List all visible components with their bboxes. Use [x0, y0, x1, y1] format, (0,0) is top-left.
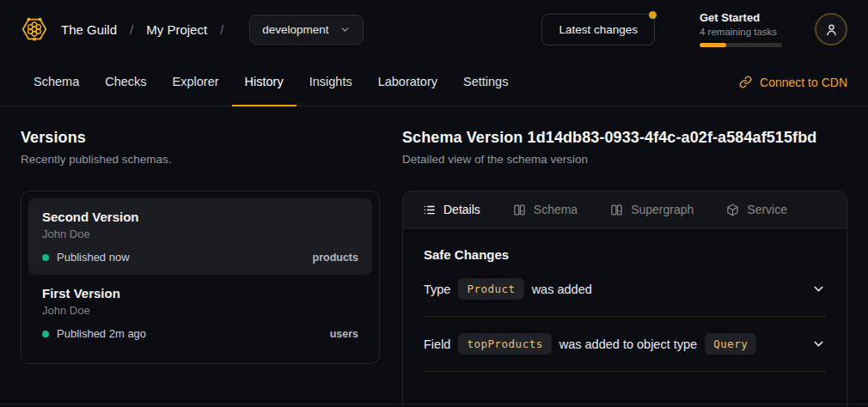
breadcrumb-separator: / — [130, 22, 133, 37]
user-avatar-button[interactable] — [815, 13, 847, 46]
section-divider — [0, 404, 868, 404]
code-badge: topProducts — [458, 333, 551, 355]
chevron-down-icon — [339, 24, 351, 35]
version-author: John Doe — [42, 228, 358, 240]
versions-list: Second VersionJohn DoePublished nowprodu… — [21, 191, 380, 364]
changes-list: TypeProductwas addedFieldtopProductswas … — [424, 262, 826, 372]
version-item-second-version[interactable]: Second VersionJohn DoePublished nowprodu… — [28, 198, 372, 275]
main-content: Versions Recently published schemas. Sec… — [0, 106, 868, 407]
detail-tab-schema[interactable]: Schema — [513, 203, 578, 216]
detail-tab-label: Details — [443, 203, 480, 216]
detail-tab-label: Schema — [534, 203, 578, 216]
change-description: FieldtopProductswas added to object type… — [424, 333, 756, 355]
get-started-progressbar — [700, 43, 782, 47]
detail-tab-service[interactable]: Service — [726, 203, 787, 216]
change-text-part: was added — [532, 282, 592, 296]
change-row[interactable]: FieldtopProductswas added to object type… — [424, 317, 826, 372]
get-started-progress-fill — [700, 43, 726, 47]
change-text-part: Type — [424, 282, 450, 296]
versions-column: Versions Recently published schemas. Sec… — [21, 129, 380, 407]
version-author: John Doe — [42, 304, 358, 317]
change-text-part: Field — [424, 337, 450, 351]
nav-tab-schema[interactable]: Schema — [21, 58, 92, 106]
get-started-widget[interactable]: Get Started 4 remaining tasks — [700, 11, 782, 47]
get-started-title: Get Started — [700, 11, 782, 24]
nav-tab-history[interactable]: History — [232, 58, 296, 106]
detail-tab-details[interactable]: Details — [423, 203, 480, 216]
detail-tab-label: Supergraph — [631, 203, 694, 216]
nav-tab-explorer[interactable]: Explorer — [160, 58, 232, 106]
list-icon — [423, 204, 436, 216]
connect-to-cdn-label: Connect to CDN — [760, 76, 847, 89]
change-description: TypeProductwas added — [424, 278, 592, 300]
columns-icon — [610, 204, 623, 216]
schema-version-title: Schema Version 1d14db83-0933-4f4c-a02f-a… — [402, 129, 847, 147]
schema-version-column: Schema Version 1d14db83-0933-4f4c-a02f-a… — [402, 129, 847, 407]
connect-to-cdn-button[interactable]: Connect to CDN — [739, 58, 847, 106]
detail-tabs: DetailsSchemaSupergraphService — [403, 191, 847, 228]
published-status-dot — [42, 254, 49, 261]
chevron-down-icon — [811, 337, 826, 351]
notification-dot — [649, 11, 657, 19]
nav-tab-checks[interactable]: Checks — [92, 58, 159, 106]
latest-changes-label: Latest changes — [559, 23, 638, 36]
service-name: products — [313, 252, 358, 264]
code-badge: Query — [705, 333, 756, 355]
safe-changes-heading: Safe Changes — [424, 247, 826, 262]
main-nav: SchemaChecksExplorerHistoryInsightsLabor… — [0, 58, 868, 106]
columns-icon — [513, 204, 526, 216]
get-started-remaining: 4 remaining tasks — [700, 27, 782, 37]
version-name: Second Version — [42, 210, 358, 224]
change-row[interactable]: TypeProductwas added — [424, 262, 826, 317]
versions-title: Versions — [21, 129, 380, 147]
versions-subtitle: Recently published schemas. — [21, 153, 380, 166]
target-selector-dropdown[interactable]: development — [249, 15, 363, 45]
nav-tabs: SchemaChecksExplorerHistoryInsightsLabor… — [21, 58, 521, 106]
chevron-down-icon — [811, 282, 826, 296]
schema-version-subtitle: Detailed view of the schema version — [402, 153, 847, 166]
link-icon — [739, 76, 752, 88]
version-item-first-version[interactable]: First VersionJohn DoePublished 2m agouse… — [28, 275, 372, 351]
target-selector-value: development — [262, 23, 328, 36]
breadcrumb-project[interactable]: My Project — [146, 22, 207, 37]
detail-content: Safe Changes TypeProductwas addedFieldto… — [403, 228, 847, 372]
published-status-dot — [42, 331, 49, 337]
hive-logo-icon[interactable] — [21, 15, 48, 43]
breadcrumb-org[interactable]: The Guild — [61, 22, 117, 37]
breadcrumb-separator: / — [220, 22, 223, 37]
nav-tab-settings[interactable]: Settings — [450, 58, 521, 106]
detail-tab-supergraph[interactable]: Supergraph — [610, 203, 694, 216]
nav-tab-laboratory[interactable]: Laboratory — [365, 58, 450, 106]
service-name: users — [330, 328, 358, 340]
user-icon — [824, 22, 839, 37]
nav-tab-insights[interactable]: Insights — [296, 58, 365, 106]
code-badge: Product — [458, 278, 523, 300]
box-icon — [726, 204, 739, 216]
top-header: The Guild / My Project / development Lat… — [0, 0, 868, 58]
detail-tab-label: Service — [747, 203, 787, 216]
published-status-text: Published 2m ago — [57, 327, 146, 340]
change-text-part: was added to object type — [559, 337, 697, 351]
version-name: First Version — [42, 286, 358, 301]
latest-changes-button[interactable]: Latest changes — [541, 14, 655, 46]
published-status-text: Published now — [57, 251, 130, 264]
schema-version-panel: DetailsSchemaSupergraphService Safe Chan… — [402, 191, 847, 407]
